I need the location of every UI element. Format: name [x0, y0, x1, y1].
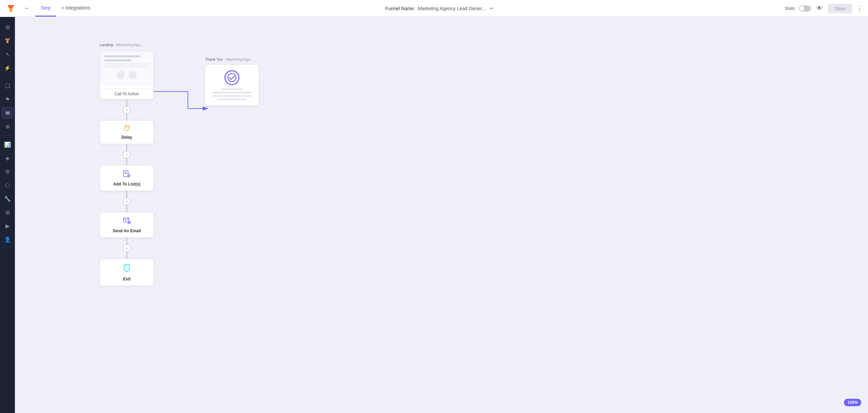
sidebar-icon-layers[interactable]: ❏ — [1, 80, 14, 92]
thank-you-label: Thank You - Marketing Age... — [205, 57, 253, 61]
funnel-name-area: Funnel Name: Marketing Agency Lead Gener… — [98, 4, 782, 13]
connector-7 — [126, 238, 127, 244]
delay-icon: ⏱ — [123, 125, 131, 132]
nav-right: Stats 👁 Save ⋮ — [785, 3, 863, 13]
connector-2 — [126, 114, 127, 120]
list-icon — [123, 170, 131, 179]
add-step-2[interactable]: + — [123, 151, 131, 158]
sidebar-icon-puzzle[interactable]: ⬡ — [1, 179, 14, 191]
preview-button[interactable]: 👁 — [815, 3, 824, 13]
add-step-3[interactable]: + — [123, 198, 131, 205]
landing-icon-2 — [129, 71, 137, 79]
top-nav: ← Step + Integrations Funnel Name: Marke… — [0, 0, 868, 17]
checkmark-icon — [224, 70, 239, 85]
sidebar-icon-funnel[interactable] — [1, 35, 14, 47]
sidebar-icon-integrations[interactable]: ⊞ — [1, 206, 14, 218]
tab-step[interactable]: Step — [35, 0, 56, 17]
add-to-list-title: Add To List(s) — [113, 182, 140, 186]
sidebar-icon-email[interactable]: ✉ — [1, 107, 14, 119]
main-area: ⊞ ↖ ⚡ ❏ ⚑ ✉ ⊕ 📊 ◈ ⚙ ⬡ 🔧 ⊞ ▶ 👤 — [0, 17, 868, 413]
funnel-name-value: Marketing Agency Lead Gener... — [418, 6, 486, 11]
edit-funnel-name-button[interactable]: ✏ — [488, 4, 495, 13]
preview-line-2 — [104, 66, 150, 67]
email-action-icon — [123, 216, 131, 226]
sidebar-icon-user[interactable]: 👤 — [1, 233, 14, 245]
landing-preview — [100, 51, 154, 86]
delay-card[interactable]: ⏱ Delay — [100, 120, 154, 144]
sidebar-icon-chart[interactable]: 📊 — [1, 138, 14, 151]
flow-column: Landing - Marketing Age... — [100, 51, 154, 286]
preview-bar-2 — [104, 59, 131, 61]
exit-icon — [122, 263, 132, 274]
sidebar-icon-flag[interactable]: ⚑ — [1, 93, 14, 105]
sidebar-icon-lightning[interactable]: ⚡ — [1, 62, 14, 74]
sidebar-divider-1 — [3, 77, 12, 77]
zoom-badge: 100% — [844, 399, 861, 406]
plus-icon: + — [61, 5, 64, 11]
nav-tabs: Step + Integrations — [35, 0, 96, 17]
add-step-1[interactable]: + — [123, 106, 131, 114]
send-email-title: Send An Email — [113, 229, 141, 233]
exit-title: Exit — [123, 277, 131, 281]
sidebar-icon-home[interactable]: ⊞ — [1, 21, 14, 33]
add-step-4[interactable]: + — [123, 244, 131, 252]
ty-line-4 — [217, 99, 247, 100]
left-sidebar: ⊞ ↖ ⚡ ❏ ⚑ ✉ ⊕ 📊 ◈ ⚙ ⬡ 🔧 ⊞ ▶ 👤 — [0, 17, 15, 413]
send-email-card[interactable]: Send An Email — [100, 212, 154, 238]
sidebar-icon-plugin[interactable]: ⊕ — [1, 120, 14, 133]
sidebar-icon-tag[interactable]: ◈ — [1, 152, 14, 164]
sidebar-icon-tools[interactable]: 🔧 — [1, 193, 14, 205]
stats-label: Stats — [785, 6, 795, 11]
svg-marker-1 — [7, 5, 14, 8]
cta-button[interactable]: Call To Action — [100, 88, 154, 99]
connector-5 — [126, 191, 127, 198]
back-button[interactable]: ← — [22, 3, 33, 14]
ty-line-1 — [221, 88, 243, 90]
more-button[interactable]: ⋮ — [856, 5, 863, 12]
ty-line-2 — [213, 92, 251, 93]
landing-card[interactable]: Call To Action — [100, 51, 154, 99]
landing-card-label: Landing - Marketing Age... — [100, 43, 143, 47]
canvas-inner: Landing - Marketing Age... — [83, 51, 388, 288]
sidebar-divider-2 — [3, 135, 12, 136]
funnel-name-label: Funnel Name: — [385, 6, 415, 11]
ty-content-lines — [211, 88, 253, 100]
connector-8 — [126, 252, 127, 259]
connector-4 — [126, 158, 127, 165]
save-button[interactable]: Save — [828, 4, 852, 13]
ty-line-3 — [213, 95, 251, 97]
sidebar-icon-play[interactable]: ▶ — [1, 220, 14, 232]
sidebar-icon-settings[interactable]: ⚙ — [1, 165, 14, 178]
preview-line-1 — [104, 63, 150, 64]
tab-integrations[interactable]: + Integrations — [56, 0, 96, 17]
preview-bar-1 — [104, 55, 140, 57]
add-to-list-card[interactable]: Add To List(s) — [100, 165, 154, 191]
sidebar-icon-cursor[interactable]: ↖ — [1, 48, 14, 60]
thank-you-card[interactable]: Thank You - Marketing Age... — [205, 64, 259, 106]
connector-6 — [126, 205, 127, 212]
landing-icon-1 — [117, 71, 125, 79]
svg-point-18 — [228, 74, 236, 82]
exit-card[interactable]: Exit — [100, 259, 154, 286]
connector-1 — [126, 99, 127, 106]
canvas: Landing - Marketing Age... — [15, 17, 868, 413]
app-logo — [5, 3, 16, 14]
delay-title: Delay — [121, 135, 132, 140]
stats-toggle[interactable] — [799, 5, 811, 12]
landing-icons-row — [104, 68, 150, 82]
connector-3 — [126, 144, 127, 151]
